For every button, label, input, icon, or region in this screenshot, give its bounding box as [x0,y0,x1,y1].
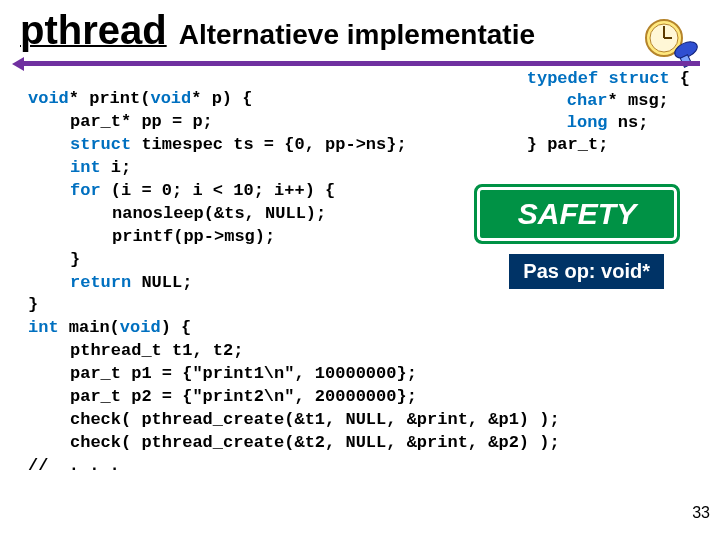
divider-rule [20,61,700,66]
title-main: pthread [20,8,167,53]
code-line: par_t p2 = {"print2\n", 20000000}; [28,386,692,409]
title-sub: Alternatieve implementatie [179,19,535,51]
page-number: 33 [692,504,710,522]
code-line: check( pthread_create(&t2, NULL, &print,… [28,432,692,455]
safety-label: SAFETY [518,194,636,235]
code-line: } [28,294,692,317]
code-line: // . . . [28,455,692,478]
safety-badge: SAFETY [474,184,680,244]
code-line: check( pthread_create(&t1, NULL, &print,… [28,409,692,432]
code-line: pthread_t t1, t2; [28,340,692,363]
code-line: int i; [28,157,692,180]
code-line: par_t p1 = {"print1\n", 10000000}; [28,363,692,386]
code-area: typedef struct { char* msg; long ns; } p… [0,74,720,478]
slide-header: pthread Alternatieve implementatie [0,0,720,57]
typedef-struct-box: typedef struct { char* msg; long ns; } p… [527,68,690,156]
warning-box: Pas op: void* [509,254,664,289]
code-line: int main(void) { [28,317,692,340]
